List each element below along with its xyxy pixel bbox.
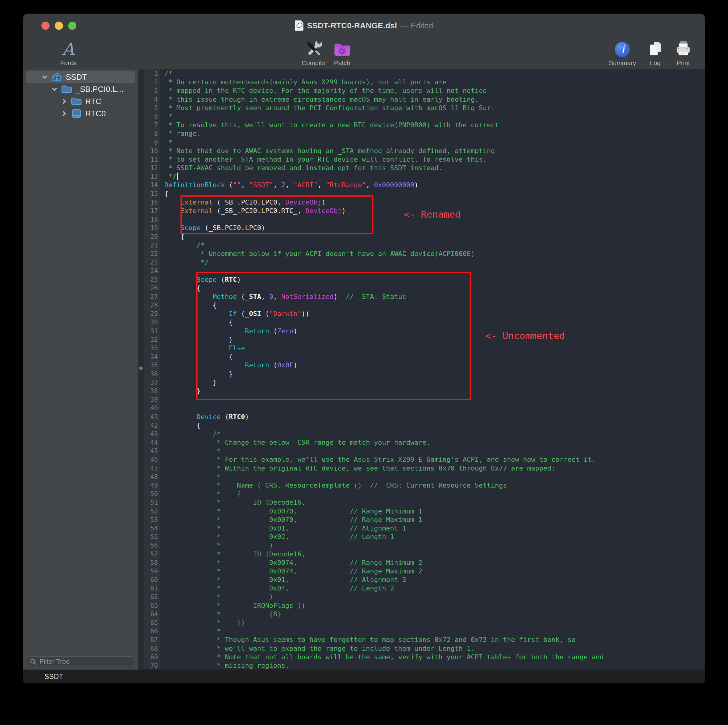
line-number: 33	[144, 344, 158, 352]
code-line: * IO (Decode16,	[164, 498, 705, 507]
status-text: SSDT	[44, 673, 63, 681]
line-number: 7	[144, 121, 158, 129]
code-line: /*	[164, 69, 705, 78]
code-line: * Most prominently seen around the PCI C…	[164, 104, 705, 112]
code-line: If (_OSI ("Darwin"))	[164, 309, 705, 318]
log-label: Log	[650, 60, 661, 67]
line-number: 54	[144, 524, 158, 533]
title-bar[interactable]: SSDT-RTC0-RANGE.dsl — Edited	[23, 14, 705, 37]
tree-item-sb-pci0-l[interactable]: _SB.PCI0.L...	[26, 83, 135, 95]
line-number: 66	[144, 627, 158, 636]
line-number: 61	[144, 584, 158, 593]
tree-item-rtc0[interactable]: RTC0	[26, 107, 135, 119]
code-line: *	[164, 473, 705, 481]
line-number: 38	[144, 387, 158, 395]
code-line: * Uncomment below if your ACPI doesn't h…	[164, 249, 705, 258]
code-line: *	[164, 627, 705, 636]
code-line: * mapped in the RTC device. For the majo…	[164, 86, 705, 95]
code-line: * SSDT-AWAC should be removed and instea…	[164, 164, 705, 172]
chevron-right-icon[interactable]	[61, 110, 67, 117]
code-line: External (_SB_.PCI0.LPC0, DeviceObj)	[164, 198, 705, 206]
home-icon	[51, 72, 63, 82]
compile-icon	[304, 40, 323, 59]
code-line: {	[164, 318, 705, 327]
line-number: 29	[144, 309, 158, 318]
patch-label: Patch	[334, 60, 350, 67]
code-editor[interactable]: <- Renamed <- Uncommented /* * On certai…	[161, 69, 705, 670]
code-line: * 0x01, // Alignment 2	[164, 575, 705, 584]
line-number: 60	[144, 575, 158, 584]
line-number: 53	[144, 515, 158, 524]
fonts-label: Fonts	[60, 60, 76, 67]
code-line: }	[164, 387, 705, 395]
chevron-right-icon[interactable]	[61, 98, 67, 105]
code-line: * )	[164, 593, 705, 601]
line-number: 41	[144, 413, 158, 421]
line-number: 57	[144, 550, 158, 558]
chevron-down-icon[interactable]	[41, 73, 48, 80]
code-line: * Note that due to AWAC systems having a…	[164, 147, 705, 155]
code-line: * range.	[164, 129, 705, 138]
line-number: 34	[144, 352, 158, 361]
tree-item-ssdt[interactable]: SSDT	[26, 71, 135, 83]
acpi-tree: SSDT_SB.PCI0.L...RTCRTC0	[23, 69, 138, 119]
patch-button[interactable]: Patch	[333, 40, 351, 67]
code-line: */	[164, 258, 705, 267]
code-line: /*	[164, 430, 705, 438]
code-line: * )	[164, 541, 705, 550]
code-line: {	[164, 284, 705, 292]
fonts-button[interactable]: A Fonts	[59, 40, 77, 67]
annotation-renamed: <- Renamed	[404, 209, 461, 220]
line-number: 58	[144, 558, 158, 567]
code-line: Return (Zero)	[164, 327, 705, 335]
log-button[interactable]: Log	[647, 40, 664, 67]
code-line: * this issue though in extreme circumsta…	[164, 95, 705, 104]
splitter[interactable]	[138, 69, 144, 670]
print-button[interactable]: Print	[674, 40, 692, 67]
chevron-down-icon[interactable]	[51, 86, 58, 93]
line-number: 63	[144, 601, 158, 610]
code-line: * Though Asus seems to have forgotten to…	[164, 636, 705, 644]
folder-icon	[70, 96, 82, 107]
code-line: }	[164, 335, 705, 344]
line-number: 48	[144, 473, 158, 481]
tree-item-label: RTC	[85, 97, 101, 106]
desktop: SSDT-RTC0-RANGE.dsl — Edited A Fonts	[0, 0, 728, 725]
line-number: 25	[144, 275, 158, 284]
code-line: }	[164, 370, 705, 378]
print-icon	[674, 40, 692, 59]
code-line: {	[164, 190, 705, 198]
code-line	[164, 404, 705, 412]
tree-item-rtc[interactable]: RTC	[26, 95, 135, 107]
line-number: 21	[144, 241, 158, 249]
line-number: 30	[144, 318, 158, 327]
code-line: {	[164, 352, 705, 361]
code-line: */	[164, 172, 705, 181]
code-line: * 0x0070, // Range Maximum 1	[164, 515, 705, 524]
code-line: DefinitionBlock ("", "SSDT", 2, "ACDT", …	[164, 181, 705, 189]
line-number: 1	[144, 69, 158, 78]
filter-tree-input[interactable]	[27, 656, 134, 667]
code-line: * to set another _STA method in your RTC…	[164, 155, 705, 164]
summary-info-icon: i	[613, 40, 631, 59]
line-number: 62	[144, 593, 158, 601]
window-title-edited: — Edited	[401, 21, 433, 31]
line-number: 31	[144, 327, 158, 335]
line-number: 20	[144, 232, 158, 241]
code-line: * On certain motherboards(mainly Asus X2…	[164, 78, 705, 86]
splitter-handle[interactable]	[139, 367, 143, 370]
line-number: 11	[144, 155, 158, 164]
line-number: 4	[144, 95, 158, 104]
summary-button[interactable]: i Summary	[609, 40, 636, 67]
code-line: * IRQNoFlags ()	[164, 601, 705, 610]
line-number: 15	[144, 190, 158, 198]
line-number: 16	[144, 198, 158, 206]
line-number: 26	[144, 284, 158, 292]
line-number: 10	[144, 147, 158, 155]
compile-button[interactable]: Compile	[301, 40, 325, 67]
code-line: * To resolve this, we'll want to create …	[164, 121, 705, 129]
line-number: 27	[144, 292, 158, 301]
code-line: {	[164, 301, 705, 309]
code-line: Scope (RTC)	[164, 275, 705, 284]
line-number: 52	[144, 507, 158, 515]
